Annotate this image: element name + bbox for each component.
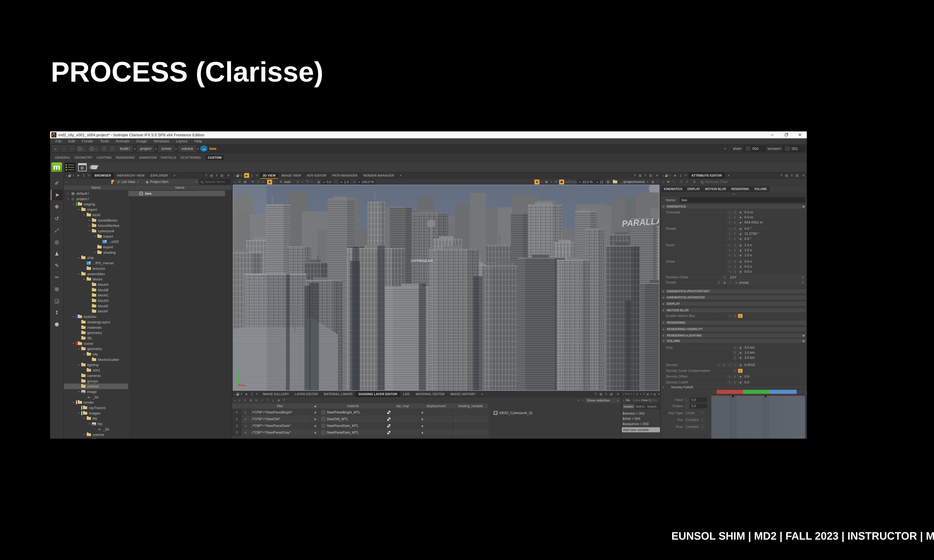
resolution-field[interactable]: ◂▸10.0 % bbox=[577, 179, 594, 185]
section-motion-blur[interactable]: ▾MOTION BLUR bbox=[661, 308, 806, 313]
expanded-arrow-icon[interactable]: ▾ bbox=[84, 278, 87, 280]
tree-item-volume[interactable]: ▾volume bbox=[64, 437, 128, 438]
row-filter[interactable]: ./*CBP*>*SteelPanelDark* bbox=[250, 422, 311, 429]
expanded-arrow-icon[interactable]: ▾ bbox=[73, 343, 76, 345]
layout-stack-icon[interactable]: ▥ bbox=[653, 393, 657, 395]
tree-item-blocka[interactable]: blockA bbox=[64, 282, 128, 287]
tree-item-sovietblocks[interactable]: ▸sovietBlocks bbox=[64, 218, 128, 223]
layout-rows-icon[interactable]: ▤ bbox=[784, 174, 789, 177]
refresh-icon[interactable]: ⟳ bbox=[86, 173, 91, 178]
tree-item-shading[interactable]: ▸shading bbox=[64, 250, 128, 255]
expression-icon[interactable]: Σ bbox=[733, 356, 737, 360]
tree-item-3d[interactable]: ∞_3d bbox=[64, 426, 128, 432]
row-material[interactable]: ASteelPanelDark_MTL bbox=[320, 422, 386, 429]
menu-create[interactable]: Create bbox=[78, 139, 97, 143]
lock-icon[interactable] bbox=[236, 175, 239, 177]
attr-value[interactable]: 544.4161 m bbox=[743, 220, 805, 225]
column-header-7[interactable]: shading_variable bbox=[453, 403, 488, 409]
anim-curve-icon[interactable]: ∿ bbox=[727, 237, 732, 241]
eye-icon[interactable]: ◉ bbox=[738, 232, 743, 236]
menu-file[interactable]: File bbox=[52, 139, 65, 143]
display-caret[interactable]: ▾ bbox=[310, 180, 314, 185]
menu-animate[interactable]: Animate bbox=[112, 139, 133, 143]
row-visible-icon[interactable]: ◉ bbox=[311, 422, 320, 429]
layer-item-kb3d[interactable]: KB3D_Cyberpunk_SL bbox=[493, 410, 620, 416]
tree-item-blockc[interactable]: blockC bbox=[64, 292, 128, 298]
row-shading-variable[interactable]: ... bbox=[453, 429, 488, 436]
comment-icon[interactable]: ⬬ bbox=[666, 180, 671, 185]
tab-shading-layer-editor[interactable]: SHADING LAYER EDITOR bbox=[356, 391, 400, 397]
exposure-icon[interactable]: ◪ bbox=[316, 180, 321, 185]
text-icon[interactable]: T bbox=[282, 398, 287, 403]
layout-cols-icon[interactable]: ‖ bbox=[214, 174, 219, 177]
tool-select[interactable]: ➤ bbox=[51, 189, 63, 200]
tool-eyedropper[interactable]: ✐ bbox=[51, 178, 63, 189]
version-value[interactable]: 001 bbox=[792, 147, 798, 151]
tree-item-import[interactable]: ▾import bbox=[64, 207, 128, 212]
section-square-icon[interactable] bbox=[803, 206, 805, 208]
row-visible-icon[interactable]: ◉ bbox=[311, 429, 320, 436]
add-rule-icon[interactable]: ⩲ bbox=[684, 180, 689, 185]
dropdown-rotation-order[interactable]: ZXY▾ bbox=[728, 275, 805, 280]
list-item-box[interactable]: box bbox=[128, 191, 225, 196]
expanded-arrow-icon[interactable]: ▾ bbox=[89, 230, 92, 232]
expression-icon[interactable]: Σ bbox=[733, 237, 737, 241]
tool-measure[interactable]: ↕ bbox=[51, 307, 63, 318]
eye-icon[interactable]: ◉ bbox=[738, 243, 743, 247]
eye-icon[interactable]: ◉ bbox=[738, 237, 743, 241]
sphere-icon[interactable]: ● bbox=[544, 180, 549, 185]
tool-snap[interactable]: ⬢ bbox=[51, 319, 63, 330]
tool-paint-attrs[interactable]: ✑ bbox=[51, 272, 63, 283]
eye-icon[interactable]: ◉ bbox=[738, 351, 743, 355]
tree-item-blocksscatter[interactable]: blocksScatter bbox=[64, 357, 128, 362]
tree-item-v002[interactable]: ...v002 bbox=[64, 239, 128, 245]
attr-value[interactable]: 0.0 m bbox=[743, 215, 805, 220]
expanded-arrow-icon[interactable]: ▾ bbox=[78, 209, 81, 211]
attr-value[interactable]: 1.0 x bbox=[743, 243, 805, 248]
expression-icon[interactable]: Σ bbox=[733, 260, 737, 264]
tree-item-cyberpunk[interactable]: ▾cyberpunk bbox=[64, 228, 128, 234]
tree-item-geometry[interactable]: geometry bbox=[64, 330, 128, 335]
expression-icon[interactable]: Σ bbox=[733, 210, 737, 214]
variable-entry-2[interactable]: $sequence = 003 bbox=[623, 421, 659, 426]
attr-value[interactable]: 0.0 bbox=[743, 374, 805, 379]
tree-item-export[interactable]: export bbox=[64, 245, 128, 250]
viewport-3d-image[interactable]: HYPRGEARPARALLA bbox=[233, 185, 660, 391]
anim-curve-icon[interactable]: ∿ bbox=[717, 363, 721, 367]
tool-move[interactable]: ✥ bbox=[51, 201, 63, 212]
anim-curve-icon[interactable]: ∿ bbox=[727, 220, 732, 225]
play-icon[interactable]: ▶ bbox=[627, 392, 630, 397]
delete-layer-icon[interactable]: ♲ bbox=[259, 398, 265, 403]
tab-3d-view[interactable]: 3D VIEW bbox=[260, 172, 279, 178]
section-lighting[interactable]: ▸RENDERING>LIGHTING bbox=[661, 333, 806, 338]
expression-icon[interactable]: Σ bbox=[733, 270, 737, 274]
tree-item-volume[interactable]: ▾volume bbox=[64, 432, 128, 437]
range-icon[interactable]: ⤢ bbox=[727, 363, 732, 367]
go-out-icon[interactable]: ⨀→ bbox=[88, 145, 99, 152]
expanded-arrow-icon[interactable]: ▾ bbox=[89, 423, 92, 425]
eye-icon[interactable]: ◉ bbox=[738, 260, 743, 264]
save-view-icon[interactable]: ⛁ bbox=[237, 180, 242, 185]
expression-icon[interactable]: Σ bbox=[733, 351, 737, 355]
tool-stamp[interactable]: ♟ bbox=[51, 248, 63, 259]
add-tab-button[interactable]: + bbox=[171, 172, 178, 178]
falloff-dropdown[interactable]: Constant▾ bbox=[684, 425, 704, 429]
variables-filter-placeholder[interactable]: Filter bbox=[652, 399, 658, 402]
anim-curve-icon[interactable]: ∿ bbox=[727, 227, 732, 231]
vars-tab-system[interactable]: System bbox=[646, 404, 658, 409]
attr-tab-display[interactable]: DISPLAY bbox=[685, 186, 702, 192]
attr-value[interactable]: 11.2726 ° bbox=[743, 231, 805, 236]
tree-item-raytracers[interactable]: rayTracers bbox=[64, 405, 128, 411]
lock-icon[interactable] bbox=[665, 175, 667, 177]
expression-icon[interactable]: Σ bbox=[722, 275, 727, 280]
column-header-2[interactable]: filter bbox=[250, 403, 311, 409]
bookmark-icon[interactable]: ⇧ bbox=[667, 173, 673, 178]
tree-item-3d[interactable]: ∞_3d bbox=[64, 394, 128, 400]
gradient-segment-0[interactable] bbox=[712, 390, 717, 394]
eye-icon[interactable]: ◉ bbox=[738, 215, 743, 220]
tree-item-cameras[interactable]: cameras bbox=[64, 373, 128, 378]
row-material[interactable]: ASteelPanelDark_MTL bbox=[320, 429, 386, 436]
attr-tab-kinematics[interactable]: KINEMATICS bbox=[661, 186, 684, 192]
column-header-6[interactable]: displacement bbox=[419, 403, 453, 409]
expanded-arrow-icon[interactable]: ▾ bbox=[73, 316, 76, 318]
